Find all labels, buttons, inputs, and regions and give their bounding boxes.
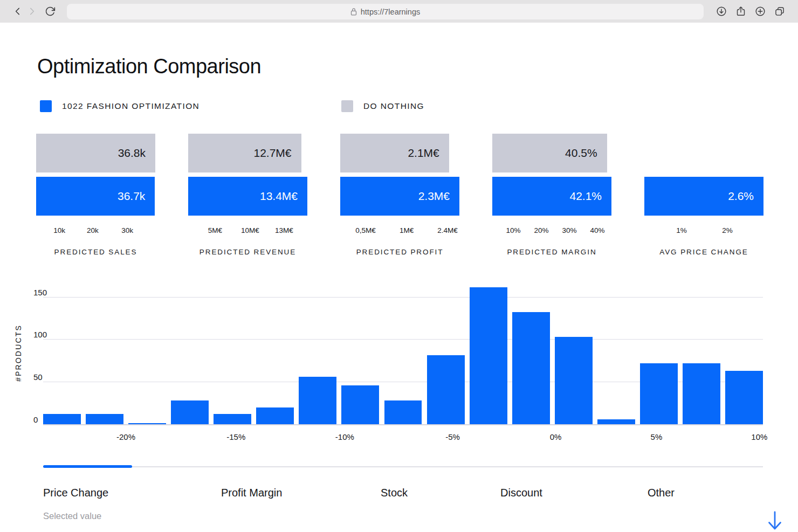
do-nothing-label: DO NOTHING	[363, 101, 424, 111]
histogram-bar	[214, 414, 251, 424]
kpi-caption: PREDICTED MARGIN	[492, 248, 611, 256]
tab-discount[interactable]: Discount	[500, 487, 542, 499]
share-icon	[735, 6, 746, 17]
kpi-value-optimization: 42.1%	[569, 177, 602, 216]
tab-price-change[interactable]: Price Change	[43, 487, 108, 499]
optimization-label: 1022 FASHION OPTIMIZATION	[62, 101, 200, 111]
optimization-swatch	[40, 100, 52, 112]
kpi-value-do-nothing: 2.1M€	[408, 134, 439, 172]
address-bar[interactable]: https://7learnings	[67, 4, 704, 19]
axis-tick: 30%	[562, 226, 576, 234]
kpi-bar-optimization: 36.7k	[36, 177, 155, 216]
kpi-axis: 5M€10M€13M€	[188, 226, 307, 235]
kpi-bar-do-nothing: 40.5%	[492, 134, 607, 172]
kpi-value-do-nothing: 12.7M€	[253, 134, 291, 172]
kpi-caption: AVG PRICE CHANGE	[644, 248, 763, 256]
x-axis-tick: -5%	[445, 432, 460, 441]
histogram-bar	[256, 407, 294, 425]
kpi-group-predicted-margin: 40.5%42.1%10%20%30%40%PREDICTED MARGIN	[492, 134, 611, 260]
axis-tick: 1M€	[400, 226, 414, 234]
histogram-bar	[683, 363, 720, 424]
x-axis-tick: -10%	[335, 432, 354, 441]
histogram-bar	[86, 414, 123, 424]
kpi-value-optimization: 13.4M€	[260, 177, 298, 216]
y-axis-label: #PRODUCTS	[14, 324, 23, 382]
forward-button[interactable]	[25, 5, 38, 18]
tab-other[interactable]: Other	[648, 487, 675, 499]
reload-icon	[45, 6, 56, 17]
x-axis-line	[43, 424, 763, 425]
kpi-caption: PREDICTED REVENUE	[188, 248, 307, 256]
axis-tick: 1%	[676, 226, 687, 234]
axis-tick: 20%	[534, 226, 549, 234]
axis-tick: 0,5M€	[355, 226, 376, 234]
kpi-group-predicted-sales: 36.8k36.7k10k20k30kPREDICTED SALES	[36, 134, 155, 260]
kpi-bar-do-nothing: 36.8k	[36, 134, 155, 172]
down-arrow-icon	[767, 510, 783, 532]
histogram-bar	[470, 287, 507, 424]
kpi-axis: 0,5M€1M€2.4M€	[340, 226, 459, 235]
kpi-bar-optimization: 2.6%	[644, 177, 763, 216]
browser-chrome: https://7learnings	[0, 0, 798, 23]
kpi-caption: PREDICTED SALES	[36, 248, 155, 256]
kpi-caption: PREDICTED PROFIT	[340, 248, 459, 256]
kpi-value-optimization: 2.3M€	[418, 177, 450, 216]
y-axis-tick: 0	[33, 416, 38, 424]
download-icon	[716, 6, 727, 17]
axis-tick: 2.4M€	[437, 226, 458, 234]
x-axis-tick: 10%	[751, 432, 767, 441]
dimension-tabs: Price ChangeProfit MarginStockDiscountOt…	[0, 465, 798, 508]
page-title: Optimization Comparison	[37, 55, 261, 78]
new-tab-icon	[755, 6, 766, 17]
axis-tick: 5M€	[208, 226, 222, 234]
tab-divider-line	[43, 466, 763, 467]
share-button[interactable]	[734, 5, 747, 18]
new-tab-button[interactable]	[754, 5, 767, 18]
kpi-value-optimization: 2.6%	[728, 177, 754, 216]
axis-tick: 13M€	[275, 226, 293, 234]
do-nothing-swatch	[341, 100, 353, 112]
back-button[interactable]	[11, 5, 24, 18]
histogram-bar	[341, 385, 379, 424]
kpi-value-do-nothing: 40.5%	[565, 134, 597, 172]
selected-value-label: Selected value	[43, 511, 101, 521]
kpi-value-optimization: 36.7k	[118, 177, 145, 216]
kpi-axis: 1%2%	[644, 226, 763, 235]
histogram-bar	[725, 371, 763, 424]
price-change-histogram: #PRODUCTS 050100150-20%-15%-10%-5%0%5%10…	[0, 280, 798, 447]
url-text: https://7learnings	[361, 8, 420, 16]
histogram-bar	[43, 414, 81, 424]
axis-tick: 40%	[590, 226, 604, 234]
histogram-bars	[43, 284, 763, 424]
download-button[interactable]	[715, 5, 728, 18]
histogram-bar	[512, 312, 550, 424]
histogram-bar	[299, 377, 336, 424]
kpi-group-predicted-revenue: 12.7M€13.4M€5M€10M€13M€PREDICTED REVENUE	[188, 134, 307, 260]
kpi-bar-optimization: 13.4M€	[188, 177, 307, 216]
tab-stock[interactable]: Stock	[381, 487, 408, 499]
kpi-group-avg-price-change: 2.6%1%2%AVG PRICE CHANGE	[644, 134, 763, 260]
axis-tick: 2%	[722, 226, 733, 234]
x-axis-tick: 0%	[550, 432, 562, 441]
x-axis-tick: 5%	[651, 432, 663, 441]
back-icon	[13, 6, 23, 16]
kpi-value-do-nothing: 36.8k	[118, 134, 146, 172]
kpi-axis: 10k20k30k	[36, 226, 155, 235]
axis-tick: 20k	[87, 226, 99, 234]
scroll-down-button[interactable]	[767, 510, 783, 532]
histogram-bar	[128, 423, 166, 424]
tab-overview-button[interactable]	[773, 5, 786, 18]
axis-tick: 30k	[121, 226, 133, 234]
axis-tick: 10k	[53, 226, 65, 234]
kpi-bar-optimization: 2.3M€	[340, 177, 459, 216]
tab-profit-margin[interactable]: Profit Margin	[221, 487, 282, 499]
legend-item-optimization: 1022 FASHION OPTIMIZATION	[40, 100, 200, 112]
forward-icon	[27, 6, 37, 16]
lock-icon	[350, 8, 357, 16]
axis-tick: 10M€	[241, 226, 259, 234]
reload-button[interactable]	[44, 5, 57, 18]
histogram-bar	[171, 400, 209, 424]
legend-item-do-nothing: DO NOTHING	[341, 100, 424, 112]
axis-tick: 10%	[506, 226, 520, 234]
tab-overview-icon	[774, 6, 785, 17]
